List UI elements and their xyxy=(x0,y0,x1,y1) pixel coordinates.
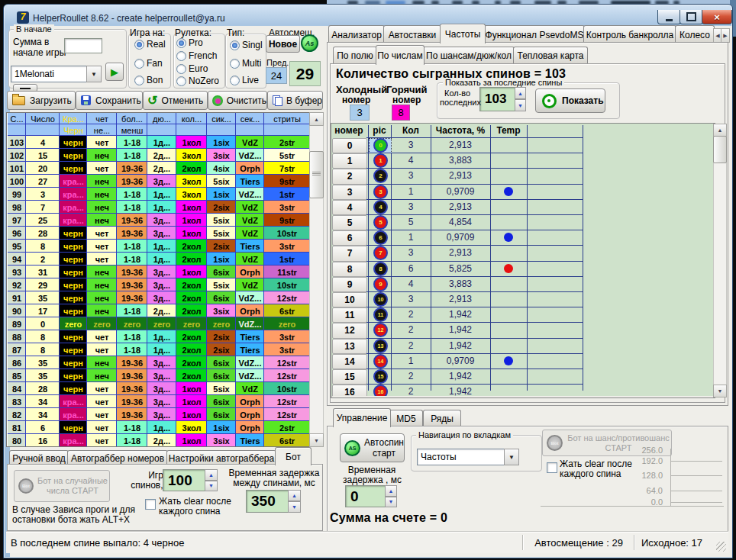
history-cell[interactable]: 91 xyxy=(8,291,26,304)
history-cell[interactable]: чет xyxy=(87,162,117,175)
history-cell[interactable]: 88 xyxy=(8,330,26,343)
history-cell[interactable]: Tiers xyxy=(236,240,264,253)
history-cell[interactable]: 10str xyxy=(264,382,310,395)
freq-header[interactable]: номер xyxy=(331,125,366,136)
history-cell[interactable]: 6six xyxy=(207,356,236,369)
spin-up-icon[interactable]: ▲ xyxy=(288,490,301,501)
number-chip-6[interactable]: 6 xyxy=(373,230,388,245)
history-cell[interactable]: 1д... xyxy=(147,201,176,214)
nav-tabs-combo-arrow[interactable]: ▼ xyxy=(504,449,519,465)
history-cell[interactable]: VdZ xyxy=(236,214,264,227)
radio-french[interactable] xyxy=(176,51,186,61)
history-cell[interactable]: неч xyxy=(87,175,117,188)
history-cell[interactable]: 2кол xyxy=(176,330,207,343)
freq-number-cell[interactable]: 9 xyxy=(332,277,367,292)
history-cell[interactable]: черн xyxy=(60,266,87,278)
history-cell[interactable]: 3кол xyxy=(176,421,207,434)
history-cell[interactable]: неч xyxy=(87,201,117,214)
history-cell[interactable]: Orph xyxy=(236,408,264,421)
tab-freq-2[interactable]: По числам xyxy=(376,45,424,65)
history-cell[interactable]: 2кол xyxy=(176,304,207,317)
history-cell[interactable]: чет xyxy=(87,434,117,447)
freq-number-cell[interactable]: 2 xyxy=(332,169,367,184)
history-header[interactable]: Число xyxy=(26,113,60,124)
history-header[interactable]: сек... xyxy=(236,113,264,124)
history-cell[interactable]: неч xyxy=(87,278,117,291)
history-cell[interactable]: черн xyxy=(60,253,87,266)
history-cell[interactable]: 2кол xyxy=(176,253,207,266)
number-chip-9[interactable]: 9 xyxy=(373,277,388,291)
history-cell[interactable]: 1str xyxy=(264,253,310,266)
tab-freq-3[interactable]: По шансам/дюж/кол xyxy=(423,47,515,64)
history-cell[interactable]: 2str xyxy=(264,421,310,434)
history-cell[interactable]: чет xyxy=(87,395,117,408)
history-cell[interactable]: 81 xyxy=(8,421,26,434)
freq-number-cell[interactable]: 11 xyxy=(332,307,367,323)
history-cell[interactable]: 6str xyxy=(264,434,310,447)
history-header[interactable]: не... xyxy=(87,124,117,136)
spin-up-icon[interactable]: ▲ xyxy=(515,87,526,99)
history-cell[interactable]: 94 xyxy=(8,253,26,266)
history-cell[interactable]: 1д... xyxy=(147,343,176,356)
start-sum-input[interactable] xyxy=(64,38,102,53)
history-cell[interactable]: 2кол xyxy=(176,162,207,175)
history-cell[interactable]: zero xyxy=(87,317,117,330)
history-cell[interactable]: 1кол xyxy=(176,382,207,395)
history-cell[interactable]: кра... xyxy=(60,408,87,421)
history-cell[interactable]: VdZ... xyxy=(236,188,264,201)
history-cell[interactable]: 2д... xyxy=(147,149,176,162)
history-cell[interactable]: 16 xyxy=(26,434,60,447)
history-cell[interactable]: 2кол xyxy=(176,356,207,369)
tab-bottomleft-2[interactable]: Автограббер номеров xyxy=(67,450,168,465)
history-cell[interactable]: 2six xyxy=(207,201,236,214)
history-cell[interactable]: 12str xyxy=(264,291,310,304)
freq-number-cell[interactable]: 6 xyxy=(332,230,367,246)
history-cell[interactable]: Orph xyxy=(236,266,264,278)
history-cell[interactable]: 3д... xyxy=(147,395,176,408)
freq-scroll-down[interactable]: ▼ xyxy=(713,385,727,397)
history-cell[interactable]: zero xyxy=(264,317,310,330)
history-header[interactable]: чет xyxy=(87,113,117,124)
number-chip-5[interactable]: 5 xyxy=(373,215,388,230)
history-cell[interactable]: 1six xyxy=(207,136,236,149)
tab-main-1[interactable]: Анализатор xyxy=(328,25,385,43)
history-cell[interactable]: 1six xyxy=(207,253,236,266)
history-cell[interactable]: черн xyxy=(60,278,87,291)
resize-grip[interactable] xyxy=(716,542,726,552)
history-cell[interactable]: 2д... xyxy=(147,434,176,447)
number-chip-2[interactable]: 2 xyxy=(373,169,388,183)
history-cell[interactable]: 3д... xyxy=(147,356,176,369)
history-cell[interactable]: 17 xyxy=(26,304,60,317)
history-cell[interactable]: неч xyxy=(87,149,117,162)
history-cell[interactable]: 3д... xyxy=(147,266,176,278)
save-button[interactable]: Сохранить xyxy=(76,91,143,110)
number-chip-13[interactable]: 13 xyxy=(373,339,388,353)
minimize-button[interactable] xyxy=(657,10,681,24)
history-cell[interactable]: Tiers xyxy=(236,434,264,447)
history-cell[interactable]: чет xyxy=(87,136,117,149)
history-cell[interactable]: черн xyxy=(60,382,87,395)
history-header[interactable] xyxy=(26,124,60,136)
history-cell[interactable]: 80 xyxy=(8,434,26,447)
history-cell[interactable]: 6six xyxy=(207,408,236,421)
history-cell[interactable]: 3str xyxy=(264,330,310,343)
tab-main-5[interactable]: Контроль банкролла xyxy=(583,25,676,43)
freq-header[interactable]: pic xyxy=(368,125,391,136)
history-cell[interactable]: 103 xyxy=(8,136,26,149)
history-cell[interactable]: 83 xyxy=(8,395,26,408)
history-cell[interactable]: 28 xyxy=(26,227,60,240)
history-cell[interactable]: 96 xyxy=(8,227,26,240)
history-cell[interactable]: Tiers xyxy=(236,175,264,188)
history-cell[interactable]: 1кол xyxy=(176,395,207,408)
history-cell[interactable]: 1six xyxy=(207,421,236,434)
history-header[interactable]: дю... xyxy=(147,113,176,124)
history-cell[interactable]: VdZ... xyxy=(236,369,264,382)
history-cell[interactable]: чет xyxy=(87,408,117,421)
freq-number-cell[interactable]: 10 xyxy=(332,292,367,307)
spin-up-icon[interactable]: ▲ xyxy=(205,469,218,481)
history-cell[interactable]: чет xyxy=(87,253,117,266)
history-cell[interactable]: 1д... xyxy=(147,253,176,266)
number-chip-7[interactable]: 7 xyxy=(373,246,388,260)
history-cell[interactable]: 3six xyxy=(207,304,236,317)
freq-number-cell[interactable]: 12 xyxy=(332,323,367,338)
